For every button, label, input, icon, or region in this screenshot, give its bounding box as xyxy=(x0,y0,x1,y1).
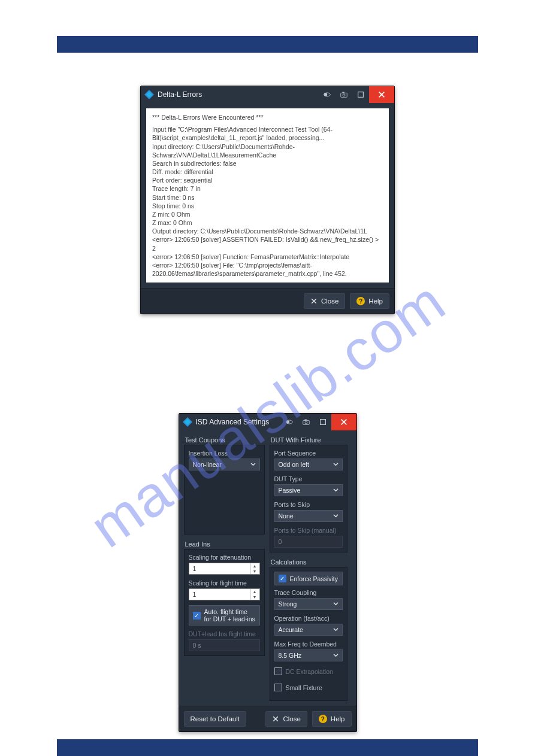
spin-value: 1 xyxy=(189,565,250,572)
error-line: Z min: 0 Ohm xyxy=(152,210,383,218)
operation-combo[interactable]: Accurate xyxy=(274,624,343,636)
checkbox-icon: ✓ xyxy=(279,575,286,582)
ports-to-skip-label: Ports to Skip xyxy=(274,501,343,508)
chevron-down-icon xyxy=(333,652,338,659)
chevron-down-icon xyxy=(333,600,338,608)
combo-value: None xyxy=(279,512,294,520)
chevron-down-icon xyxy=(250,461,256,468)
insertion-loss-combo[interactable]: Non-linear xyxy=(189,459,260,470)
scaling-attenuation-input[interactable]: 1 ▴▾ xyxy=(189,563,260,575)
help-label: Help xyxy=(331,715,345,722)
checkbox-label: Auto. flight time for DUT + lead-ins xyxy=(204,608,256,623)
auto-flight-time-checkbox[interactable]: ✓ Auto. flight time for DUT + lead-ins xyxy=(189,605,260,626)
error-text-area: *** Delta-L Errors Were Encountered *** … xyxy=(146,108,389,283)
chevron-down-icon xyxy=(333,487,338,494)
titlebar: Delta-L Errors xyxy=(141,86,394,103)
checkbox-icon: ✓ xyxy=(193,612,201,620)
scaling-flight-input[interactable]: 1 ▴▾ xyxy=(189,588,260,600)
app-icon xyxy=(183,417,192,427)
svg-rect-12 xyxy=(303,421,309,425)
svg-rect-15 xyxy=(320,420,325,425)
error-line: Input directory: C:\Users\Public\Documen… xyxy=(152,142,383,159)
help-label: Help xyxy=(368,297,383,305)
svg-rect-7 xyxy=(358,92,364,98)
ports-to-skip-manual-input: 0 xyxy=(274,536,343,548)
dut-lead-flight-time-input: 0 s xyxy=(189,639,260,651)
error-line: Diff. mode: differential xyxy=(152,168,383,176)
page-footer-bar xyxy=(57,739,478,756)
checkbox-label: Enforce Passivity xyxy=(290,575,338,582)
trace-coupling-combo[interactable]: Strong xyxy=(274,598,343,610)
port-sequence-label: Port Sequence xyxy=(274,450,343,457)
dialog-title: ISD Advanced Settings xyxy=(196,418,270,426)
camera-icon[interactable] xyxy=(298,415,315,429)
titlebar: ISD Advanced Settings xyxy=(179,414,356,430)
error-header: *** Delta-L Errors Were Encountered *** xyxy=(152,113,383,122)
svg-point-5 xyxy=(343,94,345,96)
close-button[interactable]: Close xyxy=(304,293,345,309)
window-close-button[interactable] xyxy=(331,414,356,430)
enforce-passivity-checkbox[interactable]: ✓ Enforce Passivity xyxy=(274,572,343,585)
section-lead-ins: Lead Ins xyxy=(184,539,265,549)
error-line: Port order: sequential xyxy=(152,176,383,184)
combo-value: Non-linear xyxy=(193,461,222,468)
scaling-flight-label: Scaling for flight time xyxy=(189,579,260,587)
trace-coupling-label: Trace Coupling xyxy=(274,589,343,596)
combo-value: Passive xyxy=(279,487,301,494)
input-value: 0 s xyxy=(193,642,201,649)
calculations-panel: ✓ Enforce Passivity Trace Coupling Stron… xyxy=(270,567,347,701)
dialog-footer: Reset to Default Close ? Help xyxy=(179,706,356,731)
error-line: Trace length: 7 in xyxy=(152,184,383,193)
dialog-footer: Close ? Help xyxy=(141,288,394,314)
page-header-bar xyxy=(57,36,478,53)
close-button[interactable]: Close xyxy=(265,711,307,727)
checkbox-icon xyxy=(274,684,282,691)
error-line: Search in subdirectories: false xyxy=(152,159,383,168)
isd-advanced-settings-dialog: ISD Advanced Settings Test Coupons Inser… xyxy=(179,413,357,732)
section-calculations: Calculations xyxy=(270,557,347,567)
scaling-attenuation-label: Scaling for attenuation xyxy=(189,554,260,561)
dc-extrapolation-checkbox: DC Extrapolation xyxy=(274,666,343,676)
x-icon xyxy=(272,715,279,722)
small-fixture-checkbox[interactable]: Small Fixture xyxy=(274,682,343,693)
window-close-button[interactable] xyxy=(369,86,394,103)
error-line: <error> 12:06:50 [solver] File: "C:\tmp\… xyxy=(152,261,383,278)
section-dut-with-fixture: DUT With Fixture xyxy=(270,435,347,445)
insertion-loss-label: Insertion Loss xyxy=(189,450,260,457)
dut-type-combo[interactable]: Passive xyxy=(274,484,343,496)
combo-value: Odd on left xyxy=(279,461,309,468)
svg-point-11 xyxy=(286,420,289,424)
help-button[interactable]: ? Help xyxy=(350,293,389,309)
svg-point-3 xyxy=(324,93,328,96)
spin-buttons[interactable]: ▴▾ xyxy=(250,589,259,600)
spin-buttons[interactable]: ▴▾ xyxy=(250,563,259,574)
error-line: Input file "C:\Program Files\Advanced In… xyxy=(152,125,383,142)
chevron-down-icon xyxy=(333,512,338,520)
reset-to-default-button[interactable]: Reset to Default xyxy=(184,711,246,727)
dut-lead-flight-time-label: DUT+lead Ins flight time xyxy=(189,630,260,637)
x-icon xyxy=(310,297,318,305)
checkbox-icon xyxy=(274,667,282,675)
error-line: Output directory: C:\Users\Public\Docume… xyxy=(152,227,383,235)
spin-value: 1 xyxy=(189,591,250,598)
chevron-down-icon xyxy=(333,461,338,468)
input-value: 0 xyxy=(279,538,282,545)
maximize-icon[interactable] xyxy=(352,88,369,101)
dut-with-fixture-panel: Port Sequence Odd on left DUT Type Passi… xyxy=(270,445,347,552)
camera-icon[interactable] xyxy=(335,88,352,101)
maximize-icon[interactable] xyxy=(315,415,331,429)
error-line: Start time: 0 ns xyxy=(152,193,383,202)
close-label: Close xyxy=(283,715,300,722)
port-sequence-combo[interactable]: Odd on left xyxy=(274,459,343,470)
toggle-icon[interactable] xyxy=(281,415,298,429)
dut-type-label: DUT Type xyxy=(274,475,343,482)
max-freq-combo[interactable]: 8.5 GHz xyxy=(274,649,343,661)
error-line: <error> 12:06:50 [solver] Function: Fema… xyxy=(152,253,383,261)
max-freq-label: Max Freq to Deembed xyxy=(274,640,343,648)
ports-to-skip-manual-label: Ports to Skip (manual) xyxy=(274,527,343,534)
ports-to-skip-combo[interactable]: None xyxy=(274,510,343,522)
delta-l-errors-dialog: Delta-L Errors *** Delta-L Errors Were E… xyxy=(140,86,395,314)
combo-value: Strong xyxy=(279,600,297,608)
help-button[interactable]: ? Help xyxy=(312,711,352,727)
toggle-icon[interactable] xyxy=(319,88,335,101)
